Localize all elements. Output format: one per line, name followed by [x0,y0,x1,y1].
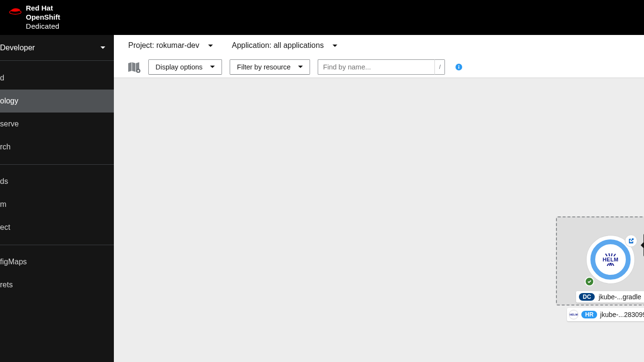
sidebar-item-topology[interactable]: ology [0,90,114,113]
helm-release-name: jkube-...283099 [600,311,644,318]
search-shortcut-badge: / [434,59,445,75]
top-bar: Red Hat OpenShift Dedicated [0,0,644,35]
sidebar-item-configmaps[interactable]: figMaps [0,250,114,273]
brand-line3: Dedicated [26,22,60,31]
project-selector[interactable]: Project: rokumar-dev [128,41,213,50]
search-group: / [318,59,445,75]
view-shortcuts-button[interactable] [127,61,141,73]
toolbar: Display options Filter by resource / [114,56,644,78]
external-link-icon [628,238,634,244]
brand-line2: OpenShift [26,13,60,22]
sidebar-item-secrets[interactable]: rets [0,273,114,296]
open-url-decorator[interactable] [625,235,637,247]
nav-separator [0,245,114,250]
brand-line1: Red Hat [26,4,53,12]
chevron-down-icon [210,66,215,68]
context-bar: Project: rokumar-dev Application: all ap… [114,35,644,56]
info-icon[interactable] [455,64,462,70]
sidebar-item-project[interactable]: ect [0,216,114,239]
content-area: Project: rokumar-dev Application: all ap… [114,35,644,362]
svg-point-4 [458,65,459,66]
redhat-icon [9,5,22,15]
topology-canvas[interactable]: HELM DC jkube-...gradle [114,78,644,362]
helm-node-inner: HELM [590,239,631,280]
nav-separator [0,164,114,170]
find-by-name-input[interactable] [318,59,434,75]
status-running-icon [585,277,594,286]
node-name: jkube-...gradle [599,293,641,301]
chevron-down-icon [100,46,105,49]
svg-rect-5 [458,66,459,68]
sidebar-item-observe[interactable]: serve [0,113,114,136]
perspective-label: Developer [0,44,35,52]
sidebar-item-builds[interactable]: ds [0,170,114,193]
node-label[interactable]: DC jkube-...gradle [576,291,644,303]
chevron-down-icon [298,66,303,68]
helm-icon: HELM [602,253,618,266]
filter-by-resource-dropdown[interactable]: Filter by resource [230,59,310,75]
sidebar-item-add[interactable]: d [0,67,114,90]
display-options-dropdown[interactable]: Display options [148,59,222,75]
sidebar-item-search[interactable]: rch [0,136,114,158]
chevron-down-icon [333,45,337,47]
chevron-down-icon [208,45,213,47]
topology-group[interactable]: HELM DC jkube-...gradle [556,216,644,305]
hr-badge: HR [581,311,597,318]
perspective-switcher[interactable]: Developer [0,35,114,61]
helm-small-icon: HELM [569,310,578,319]
sidebar: Developer d ology serve rch ds m ect fig… [0,35,114,362]
sidebar-item-helm[interactable]: m [0,193,114,216]
application-selector[interactable]: Application: all applications [232,41,337,50]
helm-release-label[interactable]: HELM HR jkube-...283099 [567,308,644,321]
brand-logo: Red Hat OpenShift Dedicated [9,4,60,31]
dc-badge: DC [579,293,595,301]
